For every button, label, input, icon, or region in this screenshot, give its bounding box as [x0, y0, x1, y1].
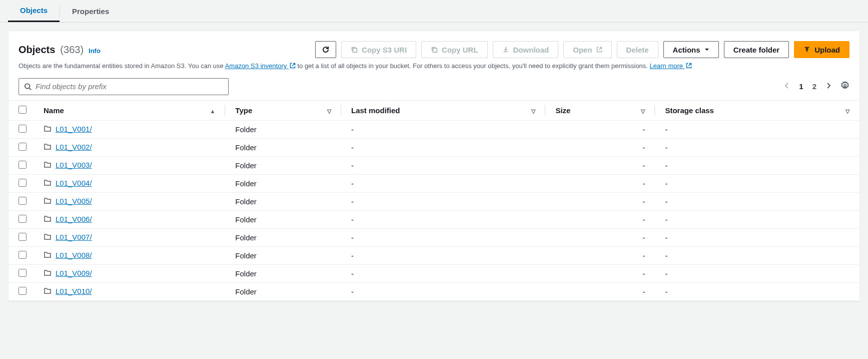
cell-name: L01_V007/ [34, 228, 225, 246]
row-checkbox[interactable] [19, 269, 27, 277]
cell-size: - [545, 192, 655, 210]
object-link[interactable]: L01_V008/ [56, 251, 92, 259]
column-size[interactable]: Size ▽ [545, 100, 655, 120]
object-link[interactable]: L01_V010/ [56, 287, 92, 295]
next-page-button[interactable] [825, 81, 831, 92]
svg-rect-1 [433, 48, 437, 52]
copy-s3-uri-button[interactable]: Copy S3 URI [341, 41, 416, 58]
row-checkbox[interactable] [19, 143, 27, 151]
column-type[interactable]: Type ▽ [225, 100, 341, 120]
s3-inventory-link[interactable]: Amazon S3 inventory [225, 62, 296, 70]
table-row: L01_V002/Folder--- [9, 138, 859, 156]
row-select-cell [9, 120, 34, 138]
object-link[interactable]: L01_V002/ [56, 143, 92, 151]
page-2[interactable]: 2 [812, 82, 816, 91]
page-1[interactable]: 1 [799, 82, 803, 91]
refresh-icon [322, 46, 330, 54]
row-checkbox[interactable] [19, 125, 27, 133]
cell-type: Folder [225, 120, 341, 138]
object-link[interactable]: L01_V001/ [56, 125, 92, 133]
column-name[interactable]: Name ▲ [34, 100, 225, 120]
copy-icon [351, 46, 358, 53]
cell-name: L01_V006/ [34, 210, 225, 228]
row-select-cell [9, 246, 34, 264]
column-last-modified[interactable]: Last modified ▽ [341, 100, 545, 120]
object-link[interactable]: L01_V007/ [56, 233, 92, 241]
copy-url-button[interactable]: Copy URL [421, 41, 488, 58]
title-block: Objects (363) Info [19, 44, 101, 56]
row-checkbox[interactable] [19, 215, 27, 223]
cell-type: Folder [225, 192, 341, 210]
cell-size: - [545, 174, 655, 192]
refresh-button[interactable] [315, 41, 336, 58]
actions-button[interactable]: Actions [663, 41, 719, 58]
cell-size: - [545, 246, 655, 264]
download-label: Download [513, 46, 549, 54]
cell-type: Folder [225, 264, 341, 282]
svg-point-2 [25, 84, 30, 88]
column-storage-class[interactable]: Storage class ▽ [655, 100, 859, 120]
object-link[interactable]: L01_V005/ [56, 197, 92, 205]
cell-storage-class: - [655, 246, 859, 264]
folder-icon [44, 215, 52, 224]
panel-description: Objects are the fundamental entities sto… [19, 61, 849, 71]
tab-objects[interactable]: Objects [8, 0, 60, 22]
upload-button[interactable]: Upload [794, 41, 849, 58]
cell-type: Folder [225, 246, 341, 264]
desc-text-2: to get a list of all objects in your buc… [296, 62, 650, 70]
column-size-label: Size [555, 106, 570, 115]
object-link[interactable]: L01_V006/ [56, 215, 92, 223]
info-link[interactable]: Info [89, 47, 101, 55]
copy-s3-uri-label: Copy S3 URI [362, 46, 407, 54]
row-select-cell [9, 282, 34, 300]
cell-size: - [545, 120, 655, 138]
cell-last-modified: - [341, 192, 545, 210]
gear-icon [840, 81, 849, 90]
delete-button[interactable]: Delete [617, 41, 658, 58]
caret-down-icon [704, 47, 709, 52]
folder-icon [44, 269, 52, 278]
sort-icon: ▽ [641, 108, 645, 115]
cell-storage-class: - [655, 138, 859, 156]
cell-type: Folder [225, 174, 341, 192]
cell-storage-class: - [655, 282, 859, 300]
folder-icon [44, 233, 52, 242]
search-input[interactable] [36, 82, 223, 91]
objects-panel: Objects (363) Info Copy S3 URI Copy URL … [8, 31, 860, 301]
cell-name: L01_V009/ [34, 264, 225, 282]
open-button[interactable]: Open [563, 41, 611, 58]
row-checkbox[interactable] [19, 287, 27, 295]
download-button[interactable]: Download [493, 41, 559, 58]
learn-more-link[interactable]: Learn more [650, 62, 692, 70]
folder-icon [44, 161, 52, 170]
cell-name: L01_V002/ [34, 138, 225, 156]
row-checkbox[interactable] [19, 161, 27, 169]
svg-point-3 [844, 85, 846, 87]
copy-icon [431, 46, 438, 53]
create-folder-label: Create folder [733, 46, 780, 54]
select-all-header [9, 100, 34, 120]
table-row: L01_V009/Folder--- [9, 264, 859, 282]
prev-page-button[interactable] [784, 81, 790, 92]
open-label: Open [573, 46, 592, 54]
row-checkbox[interactable] [19, 233, 27, 241]
settings-button[interactable] [840, 81, 849, 92]
tab-properties[interactable]: Properties [60, 0, 121, 22]
object-link[interactable]: L01_V004/ [56, 179, 92, 187]
row-checkbox[interactable] [19, 197, 27, 205]
row-checkbox[interactable] [19, 179, 27, 187]
cell-size: - [545, 228, 655, 246]
external-link-icon [596, 47, 602, 53]
folder-icon [44, 287, 52, 296]
cell-last-modified: - [341, 156, 545, 174]
search-box[interactable] [19, 78, 229, 95]
object-link[interactable]: L01_V003/ [56, 161, 92, 169]
row-checkbox[interactable] [19, 251, 27, 259]
select-all-checkbox[interactable] [19, 106, 27, 114]
cell-name: L01_V005/ [34, 192, 225, 210]
external-link-icon [686, 63, 692, 69]
object-link[interactable]: L01_V009/ [56, 269, 92, 277]
create-folder-button[interactable]: Create folder [724, 41, 789, 58]
cell-last-modified: - [341, 174, 545, 192]
folder-icon [44, 125, 52, 134]
